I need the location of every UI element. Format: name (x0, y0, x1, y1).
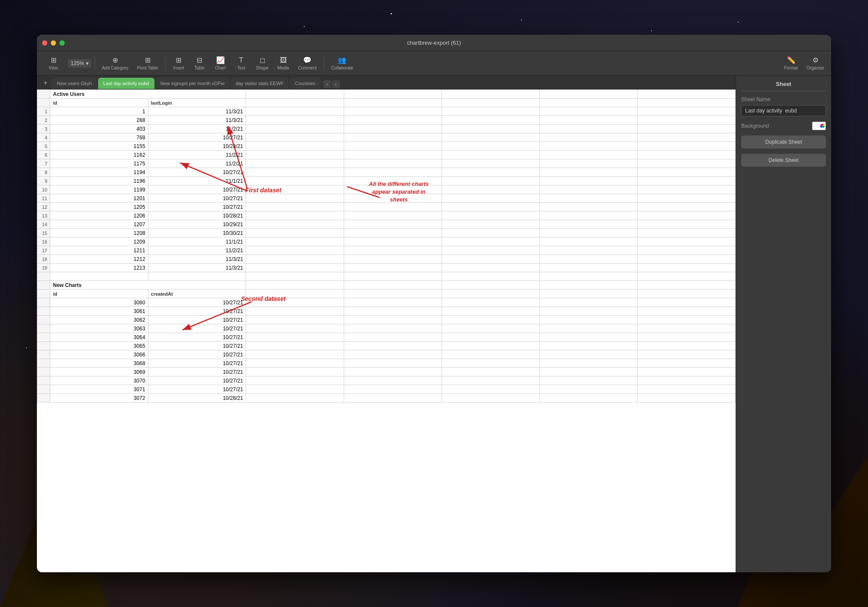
row-number: 15 (37, 229, 50, 238)
cell-id: 1 (50, 107, 148, 116)
star (304, 26, 305, 27)
collaborate-button[interactable]: 👥 Collaborate (328, 54, 357, 72)
view-button[interactable]: ⊞ View (44, 54, 63, 72)
row-number: 19 (37, 264, 50, 272)
sheet-tab-5[interactable]: Countries (289, 78, 320, 89)
first-dataset-annotation: First dataset (245, 187, 281, 194)
add-sheet-button[interactable]: + (40, 78, 51, 88)
cell-id: 3066 (50, 350, 148, 359)
cell-date: 10/27/21 (148, 194, 246, 203)
duplicate-sheet-button[interactable]: Duplicate Sheet (741, 135, 826, 148)
media-icon: 🖼 (280, 56, 287, 64)
table-row: 3070 10/27/21 (37, 376, 736, 385)
text-button[interactable]: T Text (232, 55, 251, 72)
tab-navigation: ‹ › (323, 80, 340, 88)
table-row: 3072 10/28/21 (37, 394, 736, 402)
delete-sheet-button[interactable]: Delete Sheet (741, 154, 826, 167)
background-label: Background (741, 123, 769, 129)
cell-id: 403 (50, 125, 148, 133)
spreadsheet-container[interactable]: Active Users id lastLogin (37, 89, 736, 572)
background-color-swatch[interactable] (812, 122, 826, 130)
cell-id: 3060 (50, 298, 148, 307)
text-icon: T (239, 56, 243, 64)
row-number (37, 307, 50, 316)
row-number (37, 90, 50, 99)
cell-date: 10/27/21 (148, 368, 246, 376)
cell-date: 10/30/21 (148, 229, 246, 238)
sheet-name-input[interactable] (741, 105, 826, 116)
sheet-tab-2[interactable]: Last day activity eubd (98, 78, 155, 89)
format-icon: ✏️ (787, 56, 796, 64)
sheet-tab-3[interactable]: New signups per month xOFw (155, 78, 230, 89)
media-button[interactable]: 🖼 Media (274, 55, 293, 72)
table-row: 3064 10/27/21 (37, 333, 736, 342)
comment-label: Comment (298, 66, 317, 70)
cell-id: 1201 (50, 194, 148, 203)
cell-id: 3062 (50, 316, 148, 324)
insert-icon: ⊞ (176, 56, 181, 64)
media-label: Media (277, 66, 289, 70)
cell-id: 3071 (50, 385, 148, 394)
sheet-tab-4[interactable]: day visitor stats EEWF (230, 78, 289, 89)
organise-icon: ⚙ (812, 56, 819, 64)
table-label: Table (194, 66, 205, 70)
cell-date: 10/27/21 (148, 376, 246, 385)
close-button[interactable] (42, 40, 47, 46)
table-button[interactable]: ⊟ Table (190, 54, 209, 72)
toolbar-group-view: ⊞ View (40, 54, 66, 72)
cell-id: 3063 (50, 324, 148, 333)
organise-button[interactable]: ⚙ Organise (803, 54, 828, 72)
tab-prev-button[interactable]: ‹ (323, 80, 331, 88)
pivot-table-button[interactable]: ⊞ Pivot Table (134, 54, 162, 72)
organise-label: Organise (806, 66, 824, 70)
star (391, 13, 392, 14)
cell-id: 3072 (50, 394, 148, 402)
cell-id: 1175 (50, 159, 148, 168)
table-row: 19 1213 11/3/21 (37, 264, 736, 272)
add-category-button[interactable]: ⊕ Add Category (99, 54, 132, 72)
pivot-table-label: Pivot Table (137, 66, 158, 70)
tab-next-button[interactable]: › (332, 80, 340, 88)
cell-id: 1208 (50, 229, 148, 238)
cell-id: 1196 (50, 177, 148, 185)
comment-button[interactable]: 💬 Comment (295, 54, 320, 72)
shape-button[interactable]: ◻ Shape (253, 54, 272, 72)
sheet-tab-1[interactable]: New users Gkyh (52, 78, 97, 89)
table-icon: ⊟ (197, 56, 202, 64)
maximize-button[interactable] (59, 40, 65, 46)
cell-date: 10/27/21 (148, 316, 246, 324)
cell-date: 10/27/21 (148, 298, 246, 307)
cell-date: 10/29/21 (148, 220, 246, 229)
zoom-chevron-icon: ▾ (86, 60, 89, 66)
table-row: 15 1208 10/30/21 (37, 229, 736, 238)
row-number (37, 376, 50, 385)
row-number: 16 (37, 238, 50, 246)
cell-id: 1194 (50, 168, 148, 177)
zoom-selector[interactable]: 125% ▾ (68, 59, 91, 68)
color-picker-icon (820, 124, 825, 128)
cell-date: 11/3/21 (148, 107, 246, 116)
chart-icon: 📈 (216, 56, 225, 64)
table-row: 18 1212 11/3/21 (37, 255, 736, 264)
row-number (37, 359, 50, 368)
insert-label: Insert (173, 66, 184, 70)
chart-button[interactable]: 📈 Chart (211, 54, 230, 72)
cell-date: 10/27/21 (148, 350, 246, 359)
cell-date: 10/28/21 (148, 211, 246, 220)
spreadsheet: Active Users id lastLogin (37, 89, 736, 402)
format-button[interactable]: ✏️ Format (781, 54, 802, 72)
collaborate-icon: 👥 (338, 56, 346, 64)
cell-date: 10/27/21 (148, 307, 246, 316)
cell-date: 10/27/21 (148, 324, 246, 333)
cell-date: 10/27/21 (148, 168, 246, 177)
row-number: 8 (37, 168, 50, 177)
cell-date: 10/27/21 (148, 185, 246, 194)
row-number (37, 342, 50, 350)
row-number: 5 (37, 142, 50, 151)
view-icon: ⊞ (51, 56, 56, 64)
minimize-button[interactable] (51, 40, 56, 46)
right-panel: Sheet Sheet Name Background Duplicate Sh… (736, 76, 831, 572)
col-label: createdAt (148, 290, 246, 298)
insert-button[interactable]: ⊞ Insert (169, 54, 188, 72)
sheet-name-section: Sheet Name (741, 96, 826, 116)
